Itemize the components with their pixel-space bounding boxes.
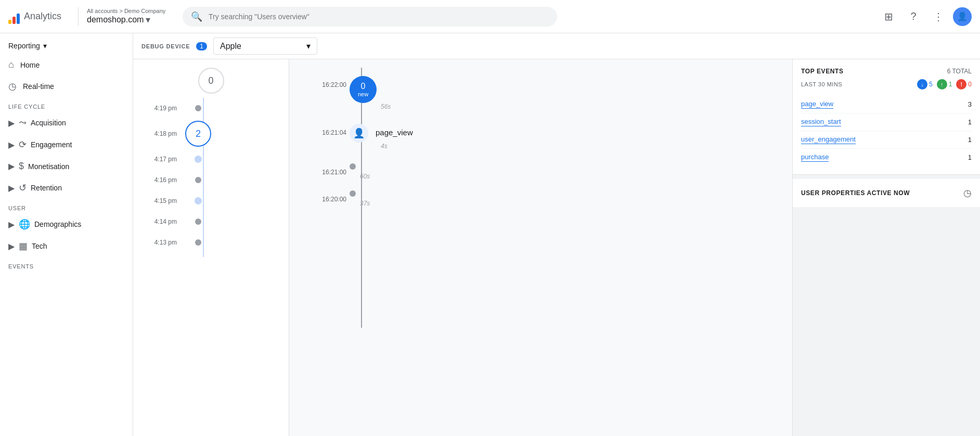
search-input[interactable] xyxy=(209,12,549,21)
badge-blue-group: ↓ 5 xyxy=(917,79,933,89)
home-label: Home xyxy=(20,61,40,69)
event-row-0[interactable]: page_view 3 xyxy=(801,96,972,113)
event-timestamp-4: 16:20:00 xyxy=(310,196,346,203)
timeline-dot-0 xyxy=(185,105,211,111)
event-bubble-pageview[interactable]: 👤 xyxy=(350,124,368,143)
retention-icon: ↺ xyxy=(19,182,27,194)
main-layout: Reporting ▾ ⌂ Home ◷ Real-time LIFE CYCL… xyxy=(0,33,980,436)
timeline-panel: 0 4:19 pm 4:18 pm xyxy=(133,59,289,436)
clock-icon: ◷ xyxy=(8,81,17,92)
timeline-numbered-circle: 2 xyxy=(185,121,211,147)
device-chevron-icon: ▾ xyxy=(306,41,311,51)
user-section-label: USER xyxy=(0,199,133,213)
timeline-dot-icon-6 xyxy=(195,239,201,246)
reporting-menu[interactable]: Reporting ▾ xyxy=(0,33,133,54)
event-count-row-0: 3 xyxy=(968,100,972,108)
event-dot-4 xyxy=(350,190,356,197)
engagement-label: Engagement xyxy=(31,140,72,149)
sidebar: Reporting ▾ ⌂ Home ◷ Real-time LIFE CYCL… xyxy=(0,33,133,436)
timeline-dot-icon-5 xyxy=(195,219,201,225)
reporting-label: Reporting xyxy=(8,42,40,50)
expand-icon: ▶ xyxy=(8,241,15,251)
event-count-row-3: 1 xyxy=(968,153,972,161)
search-icon: 🔍 xyxy=(191,11,202,22)
top-events-total: 6 TOTAL xyxy=(947,68,972,75)
debug-label: DEBUG DEVICE xyxy=(141,43,190,49)
expand-icon: ▶ xyxy=(8,118,15,128)
event-node-3: 16:21:00 60s xyxy=(350,163,776,170)
timeline-dot-icon-2 xyxy=(195,156,202,163)
user-props-clock-icon[interactable]: ◷ xyxy=(963,187,972,199)
content-area: 0 4:19 pm 4:18 pm xyxy=(133,59,980,436)
grid-button[interactable]: ⊞ xyxy=(878,6,899,27)
badge-green-count: 1 xyxy=(949,81,952,88)
badge-blue-count: 5 xyxy=(929,81,933,88)
timeline-time-3: 4:16 pm xyxy=(146,176,177,184)
timeline-top-node: 0 xyxy=(133,59,289,98)
event-row-1[interactable]: session_start 1 xyxy=(801,113,972,131)
event-timestamp-3: 16:21:00 xyxy=(310,169,346,176)
event-panel: 16:22:00 0 new 56s 16:21:04 👤 page_ xyxy=(289,59,793,436)
event-node-2: 16:21:04 👤 page_view 4s xyxy=(350,124,776,143)
device-selector[interactable]: Apple ▾ xyxy=(213,37,317,55)
timeline-row-2[interactable]: 4:17 pm xyxy=(133,149,289,170)
badge-blue-icon: ↓ xyxy=(917,79,927,89)
timeline-row-6[interactable]: 4:13 pm xyxy=(133,232,289,253)
timeline-dot-icon-4 xyxy=(195,197,202,204)
event-row-3[interactable]: purchase 1 xyxy=(801,149,972,166)
event-count-row-2: 1 xyxy=(968,136,972,144)
header: Analytics All accounts > Demo Company de… xyxy=(0,0,980,33)
sidebar-item-home[interactable]: ⌂ Home xyxy=(0,54,128,75)
sidebar-item-retention[interactable]: ▶ ↺ Retention xyxy=(0,177,128,199)
expand-icon: ▶ xyxy=(8,183,15,193)
user-props-header: USER PROPERTIES ACTIVE NOW ◷ xyxy=(801,187,972,199)
timeline-time-4: 4:15 pm xyxy=(146,197,177,204)
event-duration-1: 56s xyxy=(381,103,391,110)
top-events-subrow: LAST 30 MINS ↓ 5 ↑ 1 ! xyxy=(801,79,972,89)
engagement-icon: ⟳ xyxy=(19,139,27,150)
account-selector[interactable]: All accounts > Demo Company demoshop.com… xyxy=(87,8,170,25)
reporting-chevron-icon: ▾ xyxy=(43,42,47,50)
app-name: Analytics xyxy=(24,11,61,22)
chevron-down-icon: ▾ xyxy=(146,14,150,25)
event-dot-3 xyxy=(350,163,356,170)
timeline-row-4[interactable]: 4:15 pm xyxy=(133,190,289,211)
site-name[interactable]: demoshop.com ▾ xyxy=(87,14,170,25)
event-panel-inner: 16:22:00 0 new 56s 16:21:04 👤 page_ xyxy=(298,68,784,328)
home-icon: ⌂ xyxy=(8,59,14,70)
timeline-dot-3 xyxy=(185,177,211,183)
timeline-count-1: 2 xyxy=(196,129,201,139)
sidebar-item-engagement[interactable]: ▶ ⟳ Engagement xyxy=(0,134,128,156)
event-count-row-1: 1 xyxy=(968,118,972,126)
sidebar-item-demographics[interactable]: ▶ 🌐 Demographics xyxy=(0,213,128,235)
logo-bar-3 xyxy=(17,14,20,24)
event-row-2[interactable]: user_engagement 1 xyxy=(801,131,972,149)
sidebar-item-tech[interactable]: ▶ ▦ Tech xyxy=(0,235,128,257)
user-properties-card: USER PROPERTIES ACTIVE NOW ◷ xyxy=(793,179,980,207)
person-icon: 👤 xyxy=(353,127,365,139)
expand-icon: ▶ xyxy=(8,140,15,150)
sidebar-item-realtime[interactable]: ◷ Real-time xyxy=(0,75,128,97)
timeline-row-0[interactable]: 4:19 pm xyxy=(133,98,289,119)
top-events-header: TOP EVENTS 6 TOTAL xyxy=(801,68,972,75)
timeline-time-6: 4:13 pm xyxy=(146,239,177,246)
sidebar-item-acquisition[interactable]: ▶ ⤳ Acquisition xyxy=(0,112,128,134)
app-logo: Analytics xyxy=(8,9,61,24)
monetisation-label: Monetisation xyxy=(28,162,69,171)
search-container: 🔍 xyxy=(183,7,557,27)
expand-icon: ▶ xyxy=(8,220,15,229)
sidebar-item-monetisation[interactable]: ▶ $ Monetisation xyxy=(0,156,128,177)
badge-red-count: 0 xyxy=(968,81,972,88)
event-duration-4: 37s xyxy=(360,200,370,207)
top-events-title: TOP EVENTS xyxy=(801,68,844,75)
search-box[interactable]: 🔍 xyxy=(183,7,557,27)
user-avatar[interactable]: 👤 xyxy=(953,7,972,26)
top-events-card: TOP EVENTS 6 TOTAL LAST 30 MINS ↓ 5 ↑ xyxy=(793,59,980,175)
timeline-row-5[interactable]: 4:14 pm xyxy=(133,211,289,232)
event-bubble-new[interactable]: 0 new xyxy=(350,76,377,103)
help-button[interactable]: ? xyxy=(903,6,924,27)
more-button[interactable]: ⋮ xyxy=(928,6,949,27)
timeline-row-3[interactable]: 4:16 pm xyxy=(133,170,289,190)
timeline-row-1[interactable]: 4:18 pm 2 xyxy=(133,119,289,149)
timeline-dot-6 xyxy=(185,239,211,246)
